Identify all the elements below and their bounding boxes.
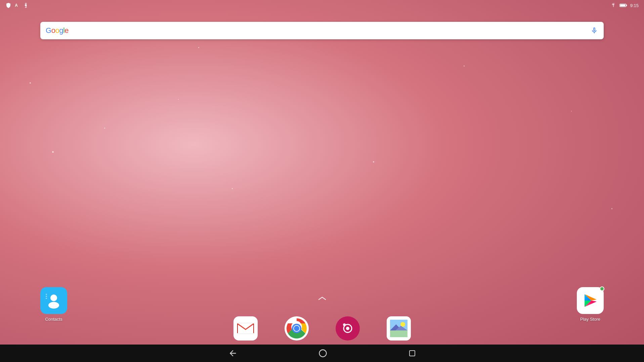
contacts-icon-image	[40, 287, 67, 314]
svg-text:A: A	[15, 3, 18, 8]
sparkle	[104, 128, 105, 129]
drawer-handle[interactable]	[315, 296, 329, 302]
accessibility-icon: A	[14, 2, 20, 8]
svg-point-6	[48, 302, 59, 309]
google-logo: Google	[46, 26, 590, 35]
sparkle	[611, 208, 612, 209]
sparkle	[373, 161, 374, 163]
svg-point-5	[50, 295, 57, 301]
dock-icon-chrome[interactable]	[285, 316, 309, 341]
sparkle	[198, 47, 199, 48]
search-bar[interactable]: Google	[40, 22, 604, 39]
microphone-icon[interactable]	[590, 27, 598, 35]
svg-rect-25	[390, 330, 407, 337]
time-label: 9:15	[630, 3, 639, 8]
sparkle	[464, 65, 465, 66]
usb-icon	[23, 2, 29, 8]
sparkle	[178, 99, 179, 100]
svg-rect-9	[46, 298, 47, 299]
svg-point-18	[343, 323, 346, 326]
nav-bar	[0, 345, 644, 362]
svg-point-14	[294, 326, 299, 331]
search-bar-container: Google	[40, 22, 604, 39]
nav-back-button[interactable]	[228, 349, 238, 358]
play-store-icon-image	[577, 287, 604, 314]
svg-point-17	[346, 327, 349, 330]
battery-icon	[619, 3, 628, 8]
svg-point-26	[319, 350, 326, 357]
dock	[0, 312, 644, 345]
svg-point-1	[26, 5, 27, 6]
dock-icon-photos[interactable]	[387, 316, 411, 341]
status-bar-left: A	[5, 2, 29, 8]
sparkle	[232, 188, 233, 189]
sparkle	[30, 82, 31, 84]
dock-icon-music[interactable]	[336, 316, 360, 341]
shield-icon	[5, 2, 11, 8]
notification-dot	[600, 286, 604, 291]
nav-home-button[interactable]	[318, 349, 328, 358]
svg-rect-27	[410, 351, 415, 356]
status-bar-right: 9:15	[610, 3, 639, 8]
dock-icon-gmail[interactable]	[233, 316, 258, 341]
sparkle	[52, 151, 54, 153]
svg-rect-3	[626, 5, 627, 6]
svg-rect-8	[46, 296, 47, 297]
svg-rect-7	[46, 294, 47, 295]
nav-recents-button[interactable]	[408, 349, 416, 357]
svg-rect-4	[620, 4, 625, 6]
sparkle	[571, 111, 572, 111]
wifi-icon	[610, 3, 617, 8]
status-bar: A 9:15	[0, 0, 644, 11]
